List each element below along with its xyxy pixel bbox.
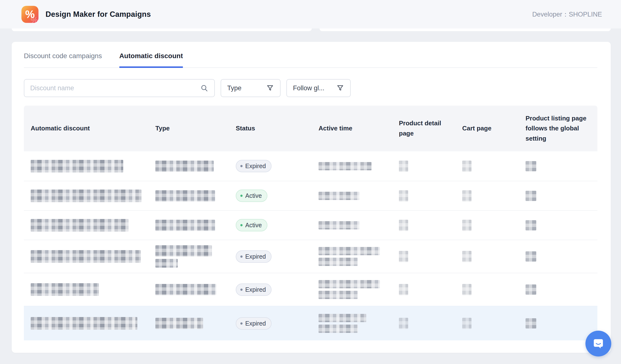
table-row[interactable]: Active — [24, 210, 597, 240]
top-bar: % % Design Maker for Campaigns Developer… — [0, 0, 621, 29]
cell-status: Active — [229, 219, 312, 232]
cell-automatic-discount — [24, 250, 149, 263]
redacted-mid — [526, 161, 536, 171]
status-dot-icon — [240, 289, 242, 291]
redacted-type — [155, 190, 215, 201]
redacted-name — [31, 250, 141, 263]
table-row[interactable]: Expired — [24, 151, 597, 181]
status-badge: Expired — [236, 160, 272, 172]
table-row[interactable]: Active — [24, 181, 597, 210]
automatic-discount-table: Automatic discountTypeStatusActive timeP… — [24, 106, 597, 340]
cell-cart-page — [455, 190, 519, 201]
redacted-type — [155, 259, 178, 268]
cell-status: Expired — [229, 283, 312, 296]
funnel-icon — [336, 84, 344, 92]
status-badge: Expired — [236, 250, 272, 263]
redacted-icon — [399, 161, 408, 172]
cell-type — [149, 220, 229, 231]
table-row[interactable]: Expired — [24, 273, 597, 306]
redacted-mid — [526, 191, 536, 201]
type-filter-button[interactable]: Type — [221, 79, 280, 97]
cell-automatic-discount — [24, 190, 149, 202]
status-badge: Expired — [236, 317, 272, 330]
cell-product-listing-follows-global — [519, 161, 597, 171]
table-row[interactable]: Expired — [24, 306, 597, 340]
table-body: ExpiredActiveActiveExpiredExpiredExpired — [24, 151, 597, 340]
card-stub-right — [320, 29, 611, 31]
developer-info: Developer：SHOPLINE — [532, 10, 602, 19]
redacted-icon — [462, 220, 471, 231]
cell-cart-page — [455, 251, 519, 262]
cell-type — [149, 190, 229, 201]
page-title: Design Maker for Campaigns — [46, 10, 151, 19]
redacted-mid — [526, 220, 536, 231]
cell-status: Expired — [229, 250, 312, 263]
redacted-name — [31, 160, 123, 172]
cell-product-detail-page — [392, 220, 455, 231]
discounts-card: Discount code campaignsAutomatic discoun… — [12, 42, 611, 353]
redacted-mid — [526, 318, 536, 329]
tab-automatic-discount[interactable]: Automatic discount — [119, 52, 183, 67]
status-label: Expired — [245, 163, 266, 170]
status-badge: Active — [236, 190, 267, 202]
cell-product-detail-page — [392, 251, 455, 262]
column-header: Type — [149, 123, 229, 133]
developer-name: SHOPLINE — [569, 11, 602, 18]
column-header: Product listing page follows the global … — [519, 113, 597, 144]
redacted-time — [319, 314, 366, 322]
column-header: Automatic discount — [24, 123, 149, 133]
status-label: Active — [245, 222, 262, 229]
status-dot-icon — [240, 224, 242, 226]
redacted-icon — [462, 318, 471, 329]
chat-launcher-button[interactable] — [586, 331, 611, 356]
status-dot-icon — [240, 165, 242, 167]
redacted-icon — [462, 161, 471, 172]
table-row[interactable]: Expired — [24, 240, 597, 273]
status-badge: Active — [236, 219, 267, 232]
cell-product-detail-page — [392, 318, 455, 329]
redacted-time — [319, 258, 358, 266]
cell-product-listing-follows-global — [519, 284, 597, 295]
redacted-icon — [462, 284, 471, 295]
redacted-type — [155, 220, 215, 231]
redacted-type — [155, 318, 203, 329]
tab-discount-code-campaigns[interactable]: Discount code campaigns — [24, 52, 102, 67]
redacted-icon — [399, 251, 408, 262]
column-header: Cart page — [455, 123, 519, 133]
app-logo-icon: % % — [21, 6, 38, 23]
redacted-type — [155, 245, 212, 256]
cell-cart-page — [455, 318, 519, 329]
cell-active-time — [312, 162, 392, 170]
cell-product-detail-page — [392, 284, 455, 295]
column-header: Product detail page — [392, 118, 455, 138]
redacted-time — [319, 280, 380, 288]
status-label: Expired — [245, 253, 266, 260]
cell-product-listing-follows-global — [519, 220, 597, 231]
cell-cart-page — [455, 161, 519, 172]
follow-global-filter-button[interactable]: Follow gl... — [286, 79, 351, 97]
status-label: Active — [245, 192, 262, 199]
cards-above-fold — [0, 29, 621, 31]
redacted-time — [319, 192, 360, 200]
redacted-icon — [399, 284, 408, 295]
status-label: Expired — [245, 320, 266, 327]
cell-active-time — [312, 314, 392, 333]
redacted-time — [319, 325, 358, 333]
cell-active-time — [312, 221, 392, 230]
tab-bar: Discount code campaignsAutomatic discoun… — [24, 42, 597, 68]
cell-product-listing-follows-global — [519, 191, 597, 201]
redacted-name — [31, 317, 137, 330]
redacted-icon — [399, 220, 408, 231]
redacted-time — [319, 162, 372, 170]
redacted-mid — [526, 284, 536, 295]
redacted-icon — [399, 190, 408, 201]
redacted-name — [31, 190, 141, 202]
funnel-icon — [266, 84, 274, 92]
search-input[interactable] — [30, 84, 200, 92]
column-header: Active time — [312, 123, 392, 133]
redacted-type — [155, 284, 216, 295]
status-dot-icon — [240, 255, 242, 258]
discount-name-search[interactable] — [24, 79, 215, 97]
cell-status: Expired — [229, 160, 312, 172]
cell-active-time — [312, 280, 392, 299]
